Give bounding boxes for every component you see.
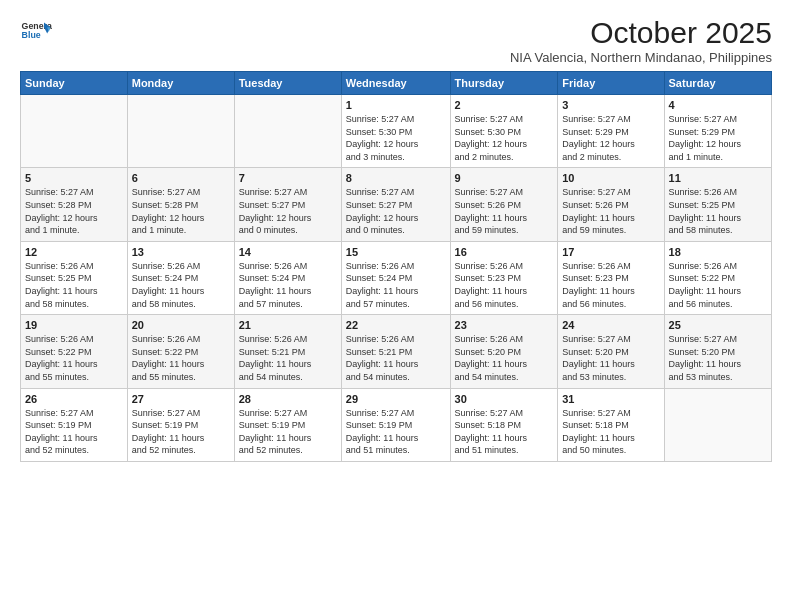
day-number: 9 (455, 172, 554, 184)
calendar-cell: 27Sunrise: 5:27 AM Sunset: 5:19 PM Dayli… (127, 388, 234, 461)
day-number: 31 (562, 393, 659, 405)
calendar-cell: 4Sunrise: 5:27 AM Sunset: 5:29 PM Daylig… (664, 95, 771, 168)
day-info: Sunrise: 5:26 AM Sunset: 5:21 PM Dayligh… (239, 333, 337, 383)
day-info: Sunrise: 5:27 AM Sunset: 5:26 PM Dayligh… (455, 186, 554, 236)
day-number: 1 (346, 99, 446, 111)
calendar-cell: 16Sunrise: 5:26 AM Sunset: 5:23 PM Dayli… (450, 241, 558, 314)
day-number: 7 (239, 172, 337, 184)
day-number: 20 (132, 319, 230, 331)
day-info: Sunrise: 5:27 AM Sunset: 5:26 PM Dayligh… (562, 186, 659, 236)
day-info: Sunrise: 5:26 AM Sunset: 5:24 PM Dayligh… (239, 260, 337, 310)
calendar-cell: 10Sunrise: 5:27 AM Sunset: 5:26 PM Dayli… (558, 168, 664, 241)
calendar-cell: 23Sunrise: 5:26 AM Sunset: 5:20 PM Dayli… (450, 315, 558, 388)
logo-icon: General Blue (20, 16, 52, 48)
day-header-monday: Monday (127, 72, 234, 95)
header: General Blue October 2025 NIA Valencia, … (20, 16, 772, 65)
calendar-cell: 12Sunrise: 5:26 AM Sunset: 5:25 PM Dayli… (21, 241, 128, 314)
page: General Blue October 2025 NIA Valencia, … (0, 0, 792, 472)
day-info: Sunrise: 5:26 AM Sunset: 5:22 PM Dayligh… (132, 333, 230, 383)
calendar-cell: 5Sunrise: 5:27 AM Sunset: 5:28 PM Daylig… (21, 168, 128, 241)
day-info: Sunrise: 5:26 AM Sunset: 5:22 PM Dayligh… (669, 260, 767, 310)
day-number: 14 (239, 246, 337, 258)
day-info: Sunrise: 5:27 AM Sunset: 5:19 PM Dayligh… (239, 407, 337, 457)
calendar-cell: 2Sunrise: 5:27 AM Sunset: 5:30 PM Daylig… (450, 95, 558, 168)
day-number: 8 (346, 172, 446, 184)
calendar-cell (664, 388, 771, 461)
day-info: Sunrise: 5:26 AM Sunset: 5:23 PM Dayligh… (562, 260, 659, 310)
day-info: Sunrise: 5:27 AM Sunset: 5:18 PM Dayligh… (562, 407, 659, 457)
day-number: 3 (562, 99, 659, 111)
calendar: SundayMondayTuesdayWednesdayThursdayFrid… (20, 71, 772, 462)
calendar-cell: 18Sunrise: 5:26 AM Sunset: 5:22 PM Dayli… (664, 241, 771, 314)
day-info: Sunrise: 5:26 AM Sunset: 5:24 PM Dayligh… (346, 260, 446, 310)
day-info: Sunrise: 5:27 AM Sunset: 5:19 PM Dayligh… (346, 407, 446, 457)
calendar-cell: 26Sunrise: 5:27 AM Sunset: 5:19 PM Dayli… (21, 388, 128, 461)
calendar-cell: 7Sunrise: 5:27 AM Sunset: 5:27 PM Daylig… (234, 168, 341, 241)
day-number: 30 (455, 393, 554, 405)
day-info: Sunrise: 5:27 AM Sunset: 5:19 PM Dayligh… (25, 407, 123, 457)
calendar-cell (127, 95, 234, 168)
day-number: 26 (25, 393, 123, 405)
day-info: Sunrise: 5:27 AM Sunset: 5:19 PM Dayligh… (132, 407, 230, 457)
day-info: Sunrise: 5:27 AM Sunset: 5:20 PM Dayligh… (562, 333, 659, 383)
day-info: Sunrise: 5:26 AM Sunset: 5:25 PM Dayligh… (25, 260, 123, 310)
day-header-tuesday: Tuesday (234, 72, 341, 95)
day-info: Sunrise: 5:27 AM Sunset: 5:30 PM Dayligh… (455, 113, 554, 163)
calendar-cell: 9Sunrise: 5:27 AM Sunset: 5:26 PM Daylig… (450, 168, 558, 241)
day-number: 11 (669, 172, 767, 184)
week-row-3: 12Sunrise: 5:26 AM Sunset: 5:25 PM Dayli… (21, 241, 772, 314)
calendar-cell (21, 95, 128, 168)
day-info: Sunrise: 5:26 AM Sunset: 5:23 PM Dayligh… (455, 260, 554, 310)
day-number: 16 (455, 246, 554, 258)
day-number: 15 (346, 246, 446, 258)
day-header-friday: Friday (558, 72, 664, 95)
day-number: 29 (346, 393, 446, 405)
day-number: 4 (669, 99, 767, 111)
calendar-cell: 19Sunrise: 5:26 AM Sunset: 5:22 PM Dayli… (21, 315, 128, 388)
calendar-cell: 21Sunrise: 5:26 AM Sunset: 5:21 PM Dayli… (234, 315, 341, 388)
day-info: Sunrise: 5:27 AM Sunset: 5:28 PM Dayligh… (132, 186, 230, 236)
day-info: Sunrise: 5:27 AM Sunset: 5:29 PM Dayligh… (562, 113, 659, 163)
day-number: 27 (132, 393, 230, 405)
week-row-5: 26Sunrise: 5:27 AM Sunset: 5:19 PM Dayli… (21, 388, 772, 461)
calendar-cell: 6Sunrise: 5:27 AM Sunset: 5:28 PM Daylig… (127, 168, 234, 241)
calendar-cell: 17Sunrise: 5:26 AM Sunset: 5:23 PM Dayli… (558, 241, 664, 314)
day-info: Sunrise: 5:26 AM Sunset: 5:24 PM Dayligh… (132, 260, 230, 310)
month-title: October 2025 (510, 16, 772, 50)
day-header-sunday: Sunday (21, 72, 128, 95)
day-header-wednesday: Wednesday (341, 72, 450, 95)
day-info: Sunrise: 5:26 AM Sunset: 5:20 PM Dayligh… (455, 333, 554, 383)
calendar-cell: 13Sunrise: 5:26 AM Sunset: 5:24 PM Dayli… (127, 241, 234, 314)
calendar-cell: 15Sunrise: 5:26 AM Sunset: 5:24 PM Dayli… (341, 241, 450, 314)
day-header-saturday: Saturday (664, 72, 771, 95)
title-area: October 2025 NIA Valencia, Northern Mind… (510, 16, 772, 65)
calendar-cell: 31Sunrise: 5:27 AM Sunset: 5:18 PM Dayli… (558, 388, 664, 461)
day-number: 6 (132, 172, 230, 184)
calendar-cell: 3Sunrise: 5:27 AM Sunset: 5:29 PM Daylig… (558, 95, 664, 168)
day-info: Sunrise: 5:27 AM Sunset: 5:28 PM Dayligh… (25, 186, 123, 236)
day-number: 13 (132, 246, 230, 258)
day-info: Sunrise: 5:27 AM Sunset: 5:27 PM Dayligh… (346, 186, 446, 236)
day-number: 2 (455, 99, 554, 111)
calendar-cell: 25Sunrise: 5:27 AM Sunset: 5:20 PM Dayli… (664, 315, 771, 388)
day-number: 17 (562, 246, 659, 258)
day-number: 22 (346, 319, 446, 331)
day-number: 12 (25, 246, 123, 258)
day-info: Sunrise: 5:26 AM Sunset: 5:22 PM Dayligh… (25, 333, 123, 383)
day-info: Sunrise: 5:27 AM Sunset: 5:30 PM Dayligh… (346, 113, 446, 163)
week-row-2: 5Sunrise: 5:27 AM Sunset: 5:28 PM Daylig… (21, 168, 772, 241)
day-number: 25 (669, 319, 767, 331)
week-row-4: 19Sunrise: 5:26 AM Sunset: 5:22 PM Dayli… (21, 315, 772, 388)
logo: General Blue (20, 16, 52, 48)
calendar-cell: 29Sunrise: 5:27 AM Sunset: 5:19 PM Dayli… (341, 388, 450, 461)
day-info: Sunrise: 5:26 AM Sunset: 5:21 PM Dayligh… (346, 333, 446, 383)
calendar-cell: 8Sunrise: 5:27 AM Sunset: 5:27 PM Daylig… (341, 168, 450, 241)
day-number: 5 (25, 172, 123, 184)
day-number: 23 (455, 319, 554, 331)
calendar-cell: 22Sunrise: 5:26 AM Sunset: 5:21 PM Dayli… (341, 315, 450, 388)
day-number: 28 (239, 393, 337, 405)
day-info: Sunrise: 5:27 AM Sunset: 5:18 PM Dayligh… (455, 407, 554, 457)
week-row-1: 1Sunrise: 5:27 AM Sunset: 5:30 PM Daylig… (21, 95, 772, 168)
day-number: 21 (239, 319, 337, 331)
day-info: Sunrise: 5:26 AM Sunset: 5:25 PM Dayligh… (669, 186, 767, 236)
